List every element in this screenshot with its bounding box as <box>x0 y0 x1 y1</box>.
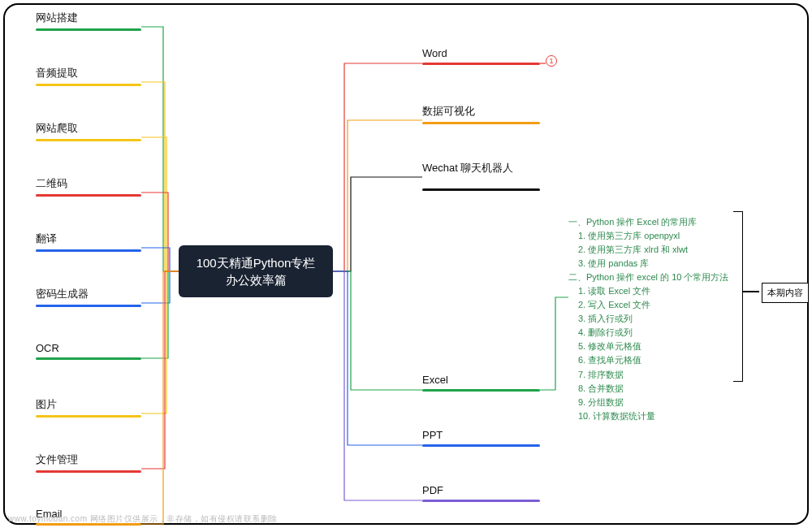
right-node-ppt: PPT <box>422 429 540 447</box>
left-node-image: 图片 <box>36 397 141 418</box>
left-node-website-build: 网站搭建 <box>36 11 141 31</box>
left-node-password-gen: 密码生成器 <box>36 287 141 307</box>
word-badge: 1 <box>546 55 557 67</box>
left-node-ocr: OCR <box>36 342 141 360</box>
excel-detail-box: 一、Python 操作 Excel 的常用库 1. 使用第三方库 openpyx… <box>568 215 735 423</box>
left-node-audio-extract: 音频提取 <box>36 66 141 86</box>
right-node-pdf: PDF <box>422 484 540 502</box>
right-node-wechat-bot: Wechat 聊天机器人 <box>422 161 540 191</box>
center-title-2: 办公效率篇 <box>226 271 287 288</box>
left-node-translate: 翻译 <box>36 232 141 252</box>
left-node-file-mgmt: 文件管理 <box>36 452 141 473</box>
detail-heading-1: 一、Python 操作 Excel 的常用库 <box>568 215 735 229</box>
detail-heading-2: 二、Python 操作 excel 的 10 个常用方法 <box>568 270 735 284</box>
right-node-word: Word <box>422 47 540 65</box>
watermark-text: www.toymoban.com 网络图片仅供展示，非存储，如有侵权请联系删除 <box>8 513 278 525</box>
left-node-web-crawl: 网站爬取 <box>36 121 141 141</box>
right-node-dataviz: 数据可视化 <box>422 104 540 124</box>
bracket-icon <box>733 211 743 382</box>
bracket-connector <box>743 291 759 292</box>
left-node-qrcode: 二维码 <box>36 176 141 197</box>
bracket-label: 本期内容 <box>762 283 809 303</box>
center-node: 100天精通Python专栏 办公效率篇 <box>179 245 333 297</box>
right-node-excel: Excel <box>422 374 540 392</box>
center-title-1: 100天精通Python专栏 <box>197 254 316 271</box>
